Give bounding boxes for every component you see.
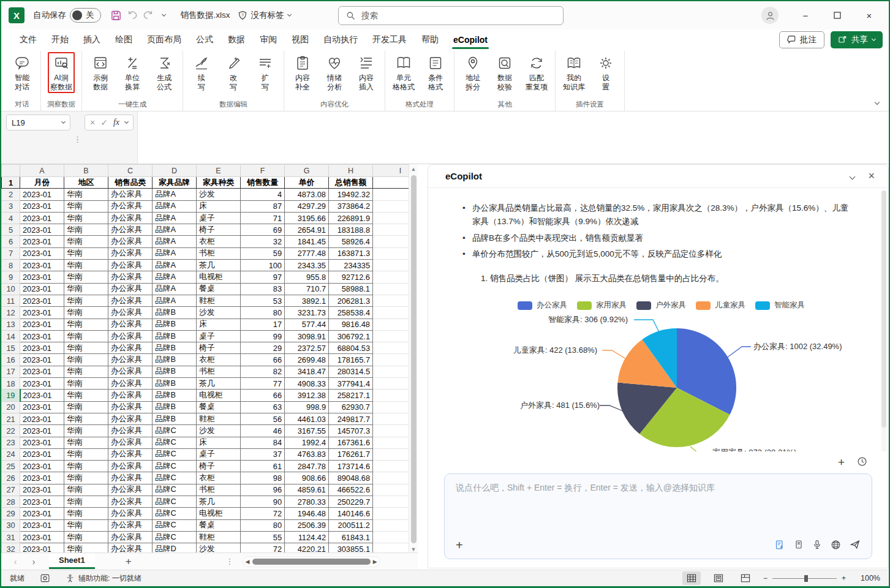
cell[interactable]: 2023-01 xyxy=(20,437,64,448)
cell[interactable]: 32 xyxy=(241,236,285,247)
cell[interactable]: 258217.1 xyxy=(329,390,373,401)
horizontal-scrollbar[interactable]: ◀ ▶ xyxy=(243,556,380,567)
cell[interactable]: 书柜 xyxy=(197,366,241,377)
panel-collapse-icon[interactable] xyxy=(850,172,854,181)
cell[interactable]: 办公家具 xyxy=(108,330,153,342)
cell[interactable]: 2023-01 xyxy=(20,200,64,212)
row-header-9[interactable]: 9 xyxy=(2,271,20,283)
select-all-corner[interactable] xyxy=(2,165,20,177)
cell[interactable]: 178165.7 xyxy=(329,354,373,366)
page-layout-view-button[interactable] xyxy=(709,571,728,585)
ribbon-button-单位换算[interactable]: 单位 换算 xyxy=(119,52,146,93)
cell[interactable]: 2023-01 xyxy=(20,472,64,484)
cell[interactable]: 4908.33 xyxy=(285,378,329,390)
cell[interactable]: 303855.1 xyxy=(329,543,373,552)
cell[interactable]: 4763.83 xyxy=(285,448,329,460)
cell[interactable]: 4873.08 xyxy=(285,189,329,200)
cell[interactable]: 衣柜 xyxy=(197,472,241,484)
cell[interactable]: 710.7 xyxy=(285,283,329,295)
cell[interactable]: 办公家具 xyxy=(108,283,153,295)
cell[interactable]: 98 xyxy=(241,472,285,484)
cell[interactable]: 99 xyxy=(241,330,285,342)
cell[interactable]: 华南 xyxy=(64,378,108,390)
cell[interactable]: 衣柜 xyxy=(197,354,241,366)
cell[interactable]: 华南 xyxy=(64,543,108,552)
cell[interactable]: 办公家具 xyxy=(108,271,153,283)
cell[interactable]: 176261.7 xyxy=(329,448,373,460)
row-header-30[interactable]: 30 xyxy=(2,519,20,531)
zoom-out-button[interactable]: − xyxy=(763,574,767,582)
column-header-F[interactable]: F xyxy=(241,165,285,177)
cell[interactable]: 2023-01 xyxy=(20,354,64,366)
cell[interactable]: 电视柜 xyxy=(197,271,241,283)
ribbon-button-AI洞察数据[interactable]: AI洞 察数据 xyxy=(48,52,75,93)
cell[interactable]: 140146.6 xyxy=(329,508,373,519)
autosave-toggle[interactable]: 自动保存 关 xyxy=(33,8,101,23)
cell[interactable]: 72 xyxy=(241,508,285,519)
cell[interactable]: 桌子 xyxy=(197,212,241,224)
column-header-C[interactable]: C xyxy=(108,165,153,177)
row-header-11[interactable]: 11 xyxy=(2,295,20,306)
cell[interactable]: 办公家具 xyxy=(108,366,153,377)
cell[interactable]: 69 xyxy=(241,224,285,236)
cell[interactable]: 华南 xyxy=(64,437,108,448)
cell[interactable]: 办公家具 xyxy=(108,307,153,318)
cell[interactable]: 品牌B xyxy=(153,307,197,318)
cell[interactable]: 品牌D xyxy=(153,543,197,552)
cell[interactable]: 华南 xyxy=(64,307,108,318)
ribbon-button-匹配重复项[interactable]: 匹配 重复项 xyxy=(523,52,550,93)
cell[interactable]: 87 xyxy=(241,200,285,212)
cell[interactable]: 品牌A xyxy=(153,212,197,224)
cell[interactable]: 衣柜 xyxy=(197,236,241,247)
send-icon[interactable] xyxy=(850,539,861,552)
cell[interactable]: 2023-01 xyxy=(20,401,64,413)
cell[interactable]: 97 xyxy=(241,271,285,283)
ribbon-tab-帮助[interactable]: 帮助 xyxy=(414,31,446,48)
cell[interactable]: 3167.55 xyxy=(285,425,329,437)
cell[interactable]: 89048.68 xyxy=(329,472,373,484)
normal-view-button[interactable] xyxy=(682,571,701,585)
cell[interactable]: 华南 xyxy=(64,260,108,271)
cell[interactable]: 62930.7 xyxy=(329,401,373,413)
cell[interactable]: 办公家具 xyxy=(108,354,153,366)
legend-item-户外家具[interactable]: 户外家具 xyxy=(636,300,686,311)
cell[interactable]: 椅子 xyxy=(197,342,241,354)
column-header-D[interactable]: D xyxy=(153,165,197,177)
cell[interactable]: 2023-01 xyxy=(20,366,64,377)
new-chat-icon[interactable]: + xyxy=(838,456,845,469)
cell[interactable]: 167361.6 xyxy=(329,437,373,448)
cell[interactable]: 办公家具 xyxy=(108,413,153,424)
cell[interactable]: 品牌C xyxy=(153,425,197,437)
cell[interactable]: 华南 xyxy=(64,508,108,519)
column-header-A[interactable]: A xyxy=(20,165,64,177)
cell[interactable]: 3231.73 xyxy=(285,307,329,318)
cell[interactable]: 2023-01 xyxy=(20,189,64,200)
cell-header-地区[interactable]: 地区 xyxy=(64,177,108,189)
row-header-24[interactable]: 24 xyxy=(2,448,20,460)
cell[interactable]: 鞋柜 xyxy=(197,531,241,543)
cell[interactable]: 2023-01 xyxy=(20,224,64,236)
cell[interactable]: 4859.61 xyxy=(285,484,329,496)
cell[interactable]: 办公家具 xyxy=(108,461,153,472)
cell[interactable]: 577.44 xyxy=(285,318,329,330)
attach-icon[interactable]: + xyxy=(456,538,463,552)
legend-item-家用家具[interactable]: 家用家具 xyxy=(577,300,627,311)
zoom-in-button[interactable]: + xyxy=(842,574,846,582)
cell[interactable]: 品牌C xyxy=(153,508,197,519)
cell[interactable]: 办公家具 xyxy=(108,378,153,390)
cell[interactable]: 华南 xyxy=(64,484,108,496)
cell[interactable]: 2023-01 xyxy=(20,484,64,496)
cell[interactable]: 3098.91 xyxy=(285,330,329,342)
cell[interactable]: 品牌C xyxy=(153,484,197,496)
cell[interactable]: 2023-01 xyxy=(20,378,64,390)
ribbon-button-条件格式[interactable]: 条件 格式 xyxy=(422,52,449,93)
cell[interactable]: 58988.1 xyxy=(329,283,373,295)
legend-item-智能家具[interactable]: 智能家具 xyxy=(755,300,805,311)
cell[interactable]: 办公家具 xyxy=(108,496,153,508)
cell[interactable]: 办公家具 xyxy=(108,531,153,543)
cell[interactable]: 品牌A xyxy=(153,271,197,283)
cell[interactable]: 206281.3 xyxy=(329,295,373,306)
cell[interactable]: 品牌B xyxy=(153,390,197,401)
column-header-B[interactable]: B xyxy=(64,165,108,177)
document-icon[interactable] xyxy=(794,540,804,551)
